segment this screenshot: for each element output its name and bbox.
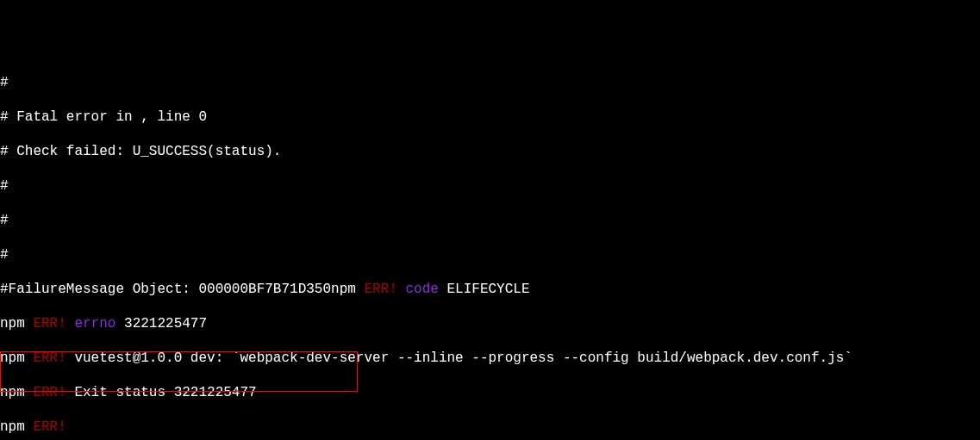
output-line: #FailureMessage Object: 000000BF7B71D350… — [0, 281, 980, 298]
npm-errno-value: 3221225477 — [115, 316, 207, 332]
output-line: # — [0, 246, 980, 263]
terminal-output: # # Fatal error in , line 0 # Check fail… — [0, 17, 980, 440]
text: vuetest@1.0.0 dev: `webpack-dev-server -… — [66, 350, 852, 366]
npm-err-tag: ERR! — [33, 350, 66, 366]
output-line: # Fatal error in , line 0 — [0, 108, 980, 126]
output-line: # — [0, 212, 980, 229]
npm-err-tag: ERR! — [33, 419, 66, 435]
npm-err-tag: ERR! — [364, 282, 396, 297]
text: npm — [0, 385, 33, 400]
output-line: npm ERR! errno 3221225477 — [0, 315, 980, 332]
text: Exit status 3221225477 — [66, 385, 257, 400]
output-line: npm ERR! vuetest@1.0.0 dev: `webpack-dev… — [0, 350, 980, 367]
output-line: npm ERR! — [0, 418, 980, 436]
output-line: # Check failed: U_SUCCESS(status). — [0, 143, 980, 160]
terminal-window[interactable]: # # Fatal error in , line 0 # Check fail… — [0, 0, 980, 440]
npm-err-tag: ERR! — [33, 385, 66, 400]
text: npm — [0, 419, 33, 435]
npm-errno-label: errno — [66, 316, 116, 332]
output-line: # — [0, 74, 980, 91]
text: npm — [0, 350, 33, 366]
text: #FailureMessage Object: 000000BF7B71D350… — [0, 282, 364, 297]
text: npm — [0, 316, 33, 332]
output-line: # — [0, 177, 980, 195]
npm-code-value: ELIFECYCLE — [439, 282, 530, 297]
npm-code-label: code — [397, 282, 439, 297]
npm-err-tag: ERR! — [33, 316, 66, 332]
output-line: npm ERR! Exit status 3221225477 — [0, 384, 980, 401]
